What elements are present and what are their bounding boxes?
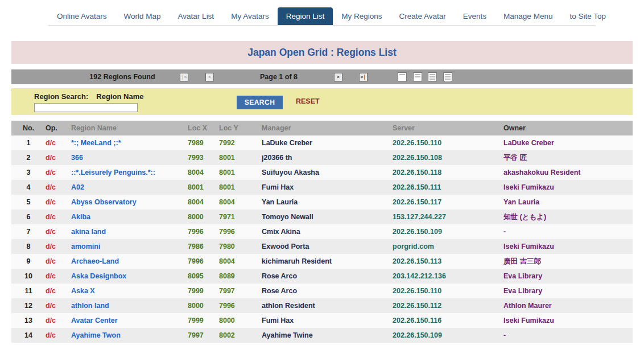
delete-change-link[interactable]: d/c [46,331,56,339]
nav-item-online-avatars[interactable]: Online Avatars [48,7,115,25]
row-number: 5 [11,198,46,206]
delete-change-link[interactable]: d/c [46,243,56,250]
delete-change-link[interactable]: d/c [46,213,56,221]
col-header-loc-y[interactable]: Loc Y [219,124,262,132]
table-row: 11 d/c Aska X 7999 7997 Rose Arco 202.26… [11,284,633,298]
table-row: 3 d/c ::*.Leisurely Penguins.*:: 8004 80… [11,165,633,180]
next-page-button[interactable]: > [334,73,342,81]
owner-name: akashakokuu Resident [503,169,633,176]
owner-name: 知世 (ともよ) [503,212,633,222]
delete-change-link[interactable]: d/c [46,257,56,265]
table-row: 2 d/c 366 7993 8001 j20366 th 202.26.150… [11,150,633,165]
delete-change-link[interactable]: d/c [46,198,56,206]
region-name-link[interactable]: Ayahime Twon [71,331,121,339]
search-button[interactable]: SEARCH [237,96,283,109]
col-header-loc-x[interactable]: Loc X [188,124,219,132]
manager-name: Fumi Hax [262,317,393,325]
col-header-owner: Owner [503,124,633,132]
owner-name: 平谷 匠 [503,153,633,163]
search-label: Region Search:Region Name [34,92,143,101]
nav-item-avatar-list[interactable]: Avatar List [170,7,223,25]
search-label-prefix: Region Search: [34,92,88,101]
page-size-small-icon[interactable] [398,72,407,81]
manager-name: Suifuyou Akasha [262,169,393,176]
region-name-link[interactable]: akina land [71,228,106,236]
loc-y-value: 7980 [219,243,262,250]
delete-change-link[interactable]: d/c [46,228,56,236]
manager-name: j20366 th [262,154,393,162]
delete-change-link[interactable]: d/c [46,169,56,176]
loc-y-value: 7996 [219,228,262,236]
table-row: 8 d/c amomini 7986 7980 Exwood Porta por… [11,239,633,254]
col-header-region-name[interactable]: Region Name [71,124,188,132]
page-size-medium-icon[interactable] [413,72,422,81]
page-indicator: Page 1 of 8 [228,69,330,84]
last-page-button[interactable]: >| [359,73,368,81]
delete-change-link[interactable]: d/c [46,317,56,325]
nav-item-my-avatars[interactable]: My Avatars [222,7,278,25]
region-name-link[interactable]: Akiba [71,213,90,221]
server-address: 202.26.150.117 [393,198,503,206]
delete-change-link[interactable]: d/c [46,302,56,310]
region-name-link[interactable]: A02 [71,183,84,191]
page-size-large-icon[interactable] [428,72,437,81]
nav-item-create-avatar[interactable]: Create Avatar [391,7,455,25]
table-header-row: No. Op. Region Name Loc X Loc Y Manager … [11,121,633,135]
region-name-link[interactable]: Archaeo-Land [71,257,119,265]
manager-name: Ayahime Twine [262,331,393,339]
delete-change-link[interactable]: d/c [46,154,56,162]
loc-x-value: 7996 [188,257,219,265]
title-banner: Japan Open Grid : Regions List [11,41,633,64]
nav-item-to-site-top[interactable]: to Site Top [561,7,614,25]
region-name-link[interactable]: amomini [71,243,100,250]
reset-button[interactable]: RESET [296,97,320,105]
server-address: 202.26.150.108 [393,154,503,162]
table-row: 7 d/c akina land 7996 7996 Cmix Akina 20… [11,224,633,239]
row-number: 7 [11,228,46,236]
delete-change-link[interactable]: d/c [46,183,56,191]
nav-item-events[interactable]: Events [455,7,495,25]
first-page-button[interactable]: |< [180,73,188,81]
region-name-link[interactable]: ::*.Leisurely Penguins.*:: [71,169,155,176]
region-name-link[interactable]: Aska X [71,287,95,295]
delete-change-link[interactable]: d/c [46,287,56,295]
loc-x-value: 7997 [188,331,219,339]
table-row: 1 d/c *:; MeeLand ;:* 7989 7992 LaDuke C… [11,135,633,150]
owner-name: - [503,228,633,236]
region-name-link[interactable]: 366 [71,154,83,162]
nav-item-manage-menu[interactable]: Manage Menu [495,7,561,25]
owner-name: Yan Lauria [503,198,633,206]
region-name-link[interactable]: Avatar Center [71,317,118,325]
page-size-xlarge-icon[interactable] [443,72,452,81]
table-row: 4 d/c A02 8001 8001 Fumi Hax 202.26.150.… [11,180,633,195]
prev-page-button[interactable]: < [205,73,214,81]
col-header-no: No. [11,124,46,132]
region-name-input[interactable] [34,103,138,112]
loc-y-value: 8001 [219,154,262,162]
manager-name: Rose Arco [262,272,393,280]
manager-name: Yan Lauria [262,198,393,206]
delete-change-link[interactable]: d/c [46,272,56,280]
table-row: 14 d/c Ayahime Twon 7997 8002 Ayahime Tw… [11,328,633,343]
nav-item-world-map[interactable]: World Map [115,7,170,25]
page-title: Japan Open Grid : Regions List [247,47,397,59]
row-number: 10 [11,272,46,280]
col-header-server[interactable]: Server [393,124,503,132]
loc-x-value: 8004 [188,198,219,206]
loc-y-value: 8004 [219,198,262,206]
loc-x-value: 7989 [188,139,219,147]
region-name-link[interactable]: athlon land [71,302,109,310]
region-name-link[interactable]: Aska Designbox [71,272,126,280]
region-name-link[interactable]: *:; MeeLand ;:* [71,139,121,147]
delete-change-link[interactable]: d/c [46,139,56,147]
manager-name: LaDuke Creber [262,139,393,147]
server-address: 202.26.150.116 [393,317,503,325]
server-address: 202.26.150.109 [393,331,503,339]
region-name-link[interactable]: Abyss Observatory [71,198,137,206]
nav-item-region-list[interactable]: Region List [278,7,333,25]
table-row: 9 d/c Archaeo-Land 7996 8004 kichimaruh … [11,254,633,269]
owner-name: 廣田 吉三郎 [503,257,633,266]
nav-item-my-regions[interactable]: My Regions [333,7,390,25]
owner-name: LaDuke Creber [503,139,633,147]
col-header-manager[interactable]: Manager [262,124,393,132]
